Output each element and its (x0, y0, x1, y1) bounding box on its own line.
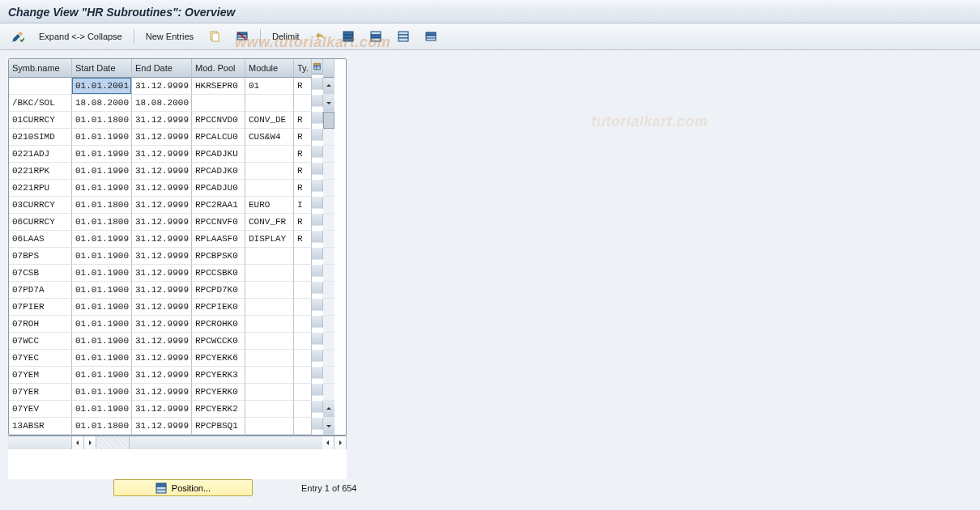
grid-cell[interactable]: R (294, 129, 312, 146)
hscroll-left-button[interactable] (72, 436, 84, 449)
grid-cell[interactable]: RPCYERK2 (192, 401, 245, 418)
grid-cell[interactable] (294, 333, 312, 350)
grid-cell[interactable]: R (294, 146, 312, 163)
vscroll-down-button[interactable] (323, 95, 334, 112)
column-header[interactable]: Ty. (294, 59, 312, 78)
grid-cell[interactable]: 31.12.9999 (132, 112, 192, 129)
vscroll-track[interactable] (323, 316, 334, 333)
grid-cell[interactable] (245, 248, 294, 265)
grid-cell[interactable]: /BKC/SOL (9, 95, 72, 112)
grid-cell[interactable]: 07PIER (9, 299, 72, 316)
print-button[interactable] (421, 28, 441, 45)
grid-cell[interactable]: R (294, 231, 312, 248)
grid-cell[interactable]: RPCYERK6 (192, 350, 245, 367)
copy-as-button[interactable] (205, 28, 224, 45)
grid-cell[interactable]: 18.08.2000 (132, 95, 192, 112)
grid-cell[interactable]: 31.12.9999 (132, 180, 192, 197)
grid-cell[interactable]: 07ROH (9, 316, 72, 333)
grid-cell[interactable]: RPCPD7K0 (192, 282, 245, 299)
grid-cell[interactable]: I (294, 197, 312, 214)
grid-cell[interactable] (294, 265, 312, 282)
grid-cell[interactable]: R (294, 214, 312, 231)
grid-cell[interactable]: 31.12.9999 (132, 163, 192, 180)
grid-cell[interactable]: R (294, 163, 312, 180)
grid-cell[interactable]: CONV_DE (245, 112, 294, 129)
grid-cell[interactable]: RPCPIEK0 (192, 299, 245, 316)
grid-cell[interactable]: R (294, 112, 312, 129)
grid-cell[interactable] (245, 95, 294, 112)
grid-cell[interactable]: 31.12.9999 (132, 129, 192, 146)
grid-cell[interactable] (294, 282, 312, 299)
column-header[interactable]: Start Date (72, 59, 132, 78)
grid-cell[interactable]: 31.12.9999 (132, 197, 192, 214)
vscroll-track[interactable] (323, 180, 334, 197)
grid-cell[interactable]: 01.01.1900 (72, 248, 132, 265)
grid-cell[interactable]: 18.08.2000 (72, 95, 132, 112)
new-entries-button[interactable]: New Entries (143, 28, 197, 45)
grid-cell[interactable]: RPCADJKU (192, 146, 245, 163)
vscroll-track[interactable] (323, 367, 334, 384)
change-mode-button[interactable] (8, 28, 28, 45)
grid-cell[interactable]: 01.01.1900 (72, 265, 132, 282)
grid-cell[interactable]: RPCADJU0 (192, 180, 245, 197)
grid-cell[interactable]: 07WCC (9, 333, 72, 350)
column-header[interactable]: Module (245, 59, 294, 78)
grid-cell[interactable] (245, 367, 294, 384)
grid-cell[interactable]: 07YEC (9, 350, 72, 367)
grid-cell[interactable] (294, 418, 312, 435)
grid-cell[interactable]: 01.01.1900 (72, 299, 132, 316)
grid-cell[interactable]: 01.01.1900 (72, 282, 132, 299)
grid-cell[interactable]: 03CURRCY (9, 197, 72, 214)
grid-cell[interactable]: 07PD7A (9, 282, 72, 299)
grid-cell[interactable]: 31.12.9999 (132, 299, 192, 316)
grid-cell[interactable]: HKRSEPR0 (192, 78, 245, 95)
grid-cell[interactable] (245, 316, 294, 333)
grid-cell[interactable]: 01.01.2001 (72, 78, 132, 95)
select-all-button[interactable] (339, 28, 358, 45)
grid-cell[interactable] (294, 384, 312, 401)
grid-cell[interactable] (245, 401, 294, 418)
grid-cell[interactable] (294, 316, 312, 333)
grid-cell[interactable] (245, 384, 294, 401)
grid-cell[interactable]: 01.01.1800 (72, 214, 132, 231)
grid-cell[interactable]: 31.12.9999 (132, 418, 192, 435)
grid-cell[interactable]: 01.01.1800 (72, 197, 132, 214)
grid-cell[interactable] (245, 282, 294, 299)
grid-cell[interactable]: RPCCNVF0 (192, 214, 245, 231)
configure-columns-button[interactable] (312, 59, 323, 74)
deselect-all-button[interactable] (394, 28, 413, 45)
vscroll-thumb[interactable] (323, 112, 334, 129)
grid-cell[interactable]: 31.12.9999 (132, 248, 192, 265)
hscroll-left-button-2[interactable] (322, 436, 334, 449)
vscroll-track[interactable] (323, 163, 334, 180)
vscroll-down-button-2[interactable] (323, 418, 334, 435)
grid-cell[interactable]: RPCCSBK0 (192, 265, 245, 282)
hscroll-right-button-2[interactable] (334, 436, 347, 449)
grid-cell[interactable]: 01.01.1900 (72, 333, 132, 350)
hscroll-track-left[interactable] (96, 436, 130, 449)
grid-cell[interactable]: 01.01.1900 (72, 401, 132, 418)
grid-cell[interactable]: 01CURRCY (9, 112, 72, 129)
grid-cell[interactable]: 31.12.9999 (132, 146, 192, 163)
vscroll-track[interactable] (323, 146, 334, 163)
column-header[interactable]: Symb.name (9, 59, 72, 78)
grid-cell[interactable]: 0221RPK (9, 163, 72, 180)
grid-cell[interactable]: 31.12.9999 (132, 384, 192, 401)
grid-cell[interactable]: 01.01.1990 (72, 146, 132, 163)
grid-cell[interactable]: 07YEV (9, 401, 72, 418)
grid-cell[interactable]: RPCPBSQ1 (192, 418, 245, 435)
grid-cell[interactable]: 01.01.1999 (72, 231, 132, 248)
vscroll-up-button-2[interactable] (323, 401, 334, 418)
vscroll-track[interactable] (323, 129, 334, 146)
grid-cell[interactable]: 06LAAS (9, 231, 72, 248)
data-grid[interactable]: Symb.nameStart DateEnd DateMod. PoolModu… (8, 58, 347, 436)
vscroll-track[interactable] (323, 265, 334, 282)
delimit-button[interactable]: Delimit (269, 28, 303, 45)
grid-cell[interactable]: CUS&W4 (245, 129, 294, 146)
grid-cell[interactable] (245, 418, 294, 435)
grid-cell[interactable]: RPCBPSK0 (192, 248, 245, 265)
grid-cell[interactable]: 0221ADJ (9, 146, 72, 163)
grid-cell[interactable] (245, 299, 294, 316)
grid-cell[interactable]: 06CURRCY (9, 214, 72, 231)
grid-cell[interactable]: RPCYERK0 (192, 384, 245, 401)
